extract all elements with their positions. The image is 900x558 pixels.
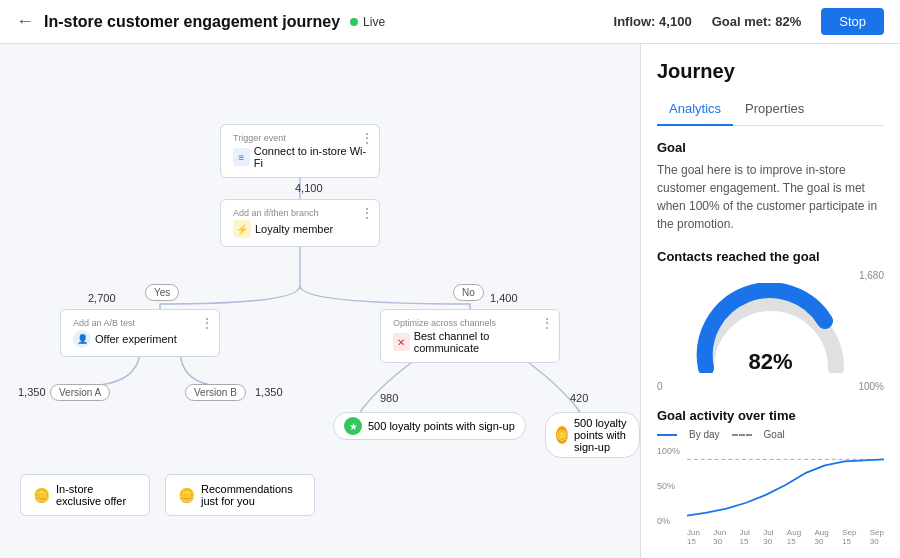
goal-section-title: Goal bbox=[657, 140, 884, 155]
sidebar-title: Journey bbox=[657, 60, 884, 83]
chart-legend: By day Goal bbox=[657, 429, 884, 440]
tab-analytics[interactable]: Analytics bbox=[657, 95, 733, 126]
live-label: Live bbox=[363, 15, 385, 29]
gauge-label: 82% bbox=[748, 349, 792, 375]
gauge-wrapper: 1,680 82% 0 100% bbox=[657, 270, 884, 392]
xaxis-jul15: Jul15 bbox=[740, 528, 750, 546]
no-badge: No bbox=[453, 284, 484, 301]
header: ← In-store customer engagement journey L… bbox=[0, 0, 900, 44]
branch-title: Loyalty member bbox=[255, 223, 333, 235]
activity-section-title: Goal activity over time bbox=[657, 408, 884, 423]
xaxis-sep15: Sep15 bbox=[842, 528, 856, 546]
ab-node: Add an A/B test 👤 Offer experiment ⋮ bbox=[60, 309, 220, 357]
legend-dashed-icon bbox=[732, 434, 752, 436]
gauge-max: 100% bbox=[858, 381, 884, 392]
chart-xaxis: Jun15 Jun30 Jul15 Jul30 Aug15 Aug30 Sep1… bbox=[687, 528, 884, 546]
version-b-badge: Version B bbox=[185, 384, 246, 401]
trigger-label: Trigger event bbox=[233, 133, 367, 143]
leaf-node-2: 🪙 Recommendations just for you bbox=[165, 474, 315, 516]
ab-icon: 👤 bbox=[73, 330, 91, 348]
line-chart: 100% 50% 0% bbox=[657, 446, 884, 526]
ab-menu-icon[interactable]: ⋮ bbox=[201, 316, 213, 330]
channel-icon: ✕ bbox=[393, 333, 410, 351]
back-button[interactable]: ← bbox=[16, 11, 34, 32]
loyalty-badge-1: ★ 500 loyalty points with sign-up bbox=[333, 412, 526, 440]
tabs: Analytics Properties bbox=[657, 95, 884, 126]
count-1350-a: 1,350 bbox=[18, 386, 46, 398]
xaxis-sep30: Sep30 bbox=[870, 528, 884, 546]
legend-byday: By day bbox=[689, 429, 720, 440]
trigger-node: Trigger event ≡ Connect to in-store Wi-F… bbox=[220, 124, 380, 178]
branch-node: Add an if/then branch ⚡ Loyalty member ⋮ bbox=[220, 199, 380, 247]
yaxis-50: 50% bbox=[657, 481, 685, 491]
branch-label: Add an if/then branch bbox=[233, 208, 367, 218]
gauge-chart: 82% bbox=[691, 283, 851, 383]
yaxis-0: 0% bbox=[657, 516, 685, 526]
header-right: Inflow: 4,100 Goal met: 82% Stop bbox=[614, 8, 884, 35]
branch-menu-icon[interactable]: ⋮ bbox=[361, 206, 373, 220]
ab-title: Offer experiment bbox=[95, 333, 177, 345]
loyalty-icon-2: 🪙 bbox=[556, 426, 568, 444]
yes-badge: Yes bbox=[145, 284, 179, 301]
trigger-menu-icon[interactable]: ⋮ bbox=[361, 131, 373, 145]
loyalty-badge-2: 🪙 500 loyalty points with sign-up bbox=[545, 412, 640, 458]
branch-icon: ⚡ bbox=[233, 220, 251, 238]
live-badge: Live bbox=[350, 15, 385, 29]
xaxis-aug30: Aug30 bbox=[814, 528, 828, 546]
leaf1-icon: 🪙 bbox=[33, 487, 50, 503]
goal-stat: Goal met: 82% bbox=[712, 14, 802, 29]
loyalty-label-2: 500 loyalty points with sign-up bbox=[574, 417, 629, 453]
channel-label: Optimize across channels bbox=[393, 318, 547, 328]
legend-line-icon bbox=[657, 434, 677, 436]
gauge-right-value: 1,680 bbox=[657, 270, 884, 281]
stop-button[interactable]: Stop bbox=[821, 8, 884, 35]
tab-properties[interactable]: Properties bbox=[733, 95, 816, 126]
xaxis-jul30: Jul30 bbox=[763, 528, 773, 546]
ab-label: Add an A/B test bbox=[73, 318, 207, 328]
gauge-min: 0 bbox=[657, 381, 663, 392]
main-layout: Trigger event ≡ Connect to in-store Wi-F… bbox=[0, 44, 900, 558]
chart-yaxis: 100% 50% 0% bbox=[657, 446, 685, 526]
loyalty-icon-1: ★ bbox=[344, 417, 362, 435]
xaxis-jun15: Jun15 bbox=[687, 528, 700, 546]
page-title: In-store customer engagement journey bbox=[44, 13, 340, 31]
version-a-badge: Version A bbox=[50, 384, 110, 401]
leaf2-label: Recommendations just for you bbox=[201, 483, 302, 507]
count-1350-b: 1,350 bbox=[255, 386, 283, 398]
count-4100: 4,100 bbox=[295, 182, 323, 194]
leaf-node-1: 🪙 In-store exclusive offer bbox=[20, 474, 150, 516]
channel-menu-icon[interactable]: ⋮ bbox=[541, 316, 553, 330]
count-1400: 1,400 bbox=[490, 292, 518, 304]
live-dot-icon bbox=[350, 18, 358, 26]
xaxis-jun30: Jun30 bbox=[713, 528, 726, 546]
contacts-section-title: Contacts reached the goal bbox=[657, 249, 884, 264]
count-980: 980 bbox=[380, 392, 398, 404]
legend-goal: Goal bbox=[764, 429, 785, 440]
leaf1-label: In-store exclusive offer bbox=[56, 483, 137, 507]
journey-canvas: Trigger event ≡ Connect to in-store Wi-F… bbox=[0, 44, 640, 558]
channel-node: Optimize across channels ✕ Best channel … bbox=[380, 309, 560, 363]
goal-text: The goal here is to improve in-store cus… bbox=[657, 161, 884, 233]
inflow-stat: Inflow: 4,100 bbox=[614, 14, 692, 29]
header-left: ← In-store customer engagement journey L… bbox=[16, 11, 614, 32]
count-2700: 2,700 bbox=[88, 292, 116, 304]
leaf2-icon: 🪙 bbox=[178, 487, 195, 503]
loyalty-label-1: 500 loyalty points with sign-up bbox=[368, 420, 515, 432]
xaxis-aug15: Aug15 bbox=[787, 528, 801, 546]
sidebar: Journey Analytics Properties Goal The go… bbox=[640, 44, 900, 558]
trigger-icon: ≡ bbox=[233, 148, 250, 166]
trigger-title: Connect to in-store Wi-Fi bbox=[254, 145, 367, 169]
channel-title: Best channel to communicate bbox=[414, 330, 547, 354]
yaxis-100: 100% bbox=[657, 446, 685, 456]
chart-svg-area bbox=[687, 446, 884, 526]
count-420: 420 bbox=[570, 392, 588, 404]
